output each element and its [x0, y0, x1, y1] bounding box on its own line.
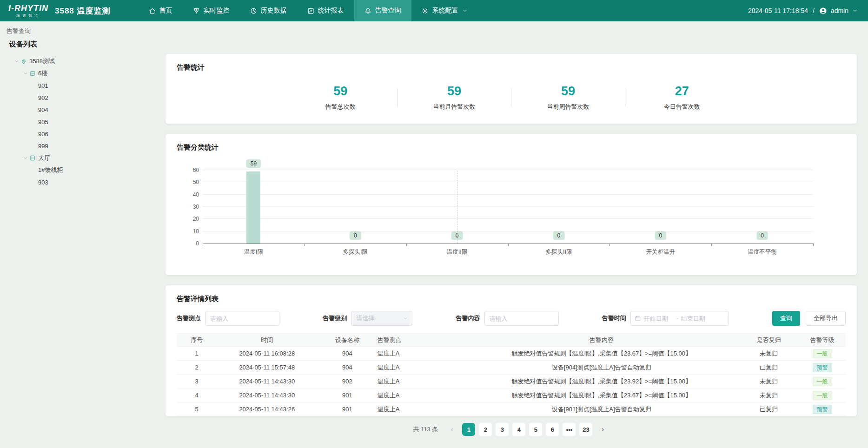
nav-item-label: 系统配置 — [432, 7, 458, 15]
page-button-4[interactable]: 4 — [512, 423, 525, 436]
tree-expand-caret-icon[interactable] — [13, 59, 20, 64]
cell-time: 2024-05-11 16:08:28 — [217, 347, 317, 361]
nav-item-label: 告警查询 — [375, 7, 401, 15]
date-range-separator: - — [676, 315, 678, 322]
chart-plot-area: 01020304050605900000 — [203, 171, 813, 244]
page-button-3[interactable]: 3 — [496, 423, 509, 436]
y-axis-tick-label: 60 — [193, 167, 199, 173]
nav-item-alarm[interactable]: 告警查询 — [354, 0, 411, 21]
stat-value: 59 — [284, 84, 397, 99]
page-button-5[interactable]: 5 — [529, 423, 542, 436]
cell-content: 设备[904]测点[温度上A]告警自动复归 — [464, 361, 739, 375]
cell-index: 3 — [177, 375, 217, 389]
device-icon — [29, 70, 36, 77]
tree-node[interactable]: 999 — [7, 140, 166, 152]
alarm-stats-card: 告警统计 59告警总次数59当前月告警次数59当前周告警次数27今日告警次数 — [166, 54, 857, 124]
tree-node[interactable]: 902 — [7, 92, 166, 104]
brand-subtitle: 瑞霆智汇 — [16, 14, 40, 18]
alarm-point-label: 告警测点 — [177, 314, 201, 323]
tree-node[interactable]: 1#馈线柜 — [7, 164, 166, 176]
page-button-2[interactable]: 2 — [479, 423, 492, 436]
bar-温度I限[interactable] — [246, 171, 260, 244]
tree-node[interactable]: 904 — [7, 104, 166, 116]
cell-point: 温度上A — [378, 347, 464, 361]
column-header: 时间 — [217, 334, 317, 347]
cell-content: 触发绝对值告警规则【温度I限】,采集值【23.92】>=阈值【15.00】 — [464, 375, 739, 389]
start-date-input[interactable] — [644, 315, 674, 322]
stat-label: 今日告警次数 — [625, 103, 739, 111]
alarm-point-input[interactable] — [205, 311, 279, 326]
nav-item-label: 实时监控 — [204, 7, 230, 15]
cell-restored: 已复归 — [739, 402, 799, 416]
page-button-6[interactable]: 6 — [546, 423, 559, 436]
table-row[interactable]: 32024-05-11 14:43:30902温度上A触发绝对值告警规则【温度I… — [177, 375, 846, 389]
calendar-icon — [635, 315, 641, 322]
stat-item: 59告警总次数 — [284, 84, 397, 111]
user-menu-chevron-icon[interactable] — [852, 8, 858, 13]
bar-value-badge: 0 — [553, 231, 565, 240]
alarm-filters: 告警测点 告警级别 请选择 告警内容 告警时间 — [177, 311, 846, 326]
filter-actions: 查询 全部导出 — [772, 311, 846, 326]
breadcrumb: 告警查询 — [7, 27, 166, 35]
nav-item-monitor[interactable]: 实时监控 — [183, 0, 240, 21]
tree-node-label: 999 — [38, 143, 48, 150]
table-row[interactable]: 22024-05-11 15:57:48904温度上A设备[904]测点[温度上… — [177, 361, 846, 375]
page-button-1[interactable]: 1 — [462, 423, 475, 436]
cell-time: 2024-05-11 14:43:30 — [217, 375, 317, 389]
alarm-level-badge: 一般 — [813, 349, 832, 358]
username[interactable]: admin — [831, 7, 848, 14]
tree-node[interactable]: 903 — [7, 176, 166, 188]
crosshair-dashed-line — [457, 171, 457, 244]
table-row[interactable]: 52024-05-11 14:43:26901温度上A设备[901]测点[温度上… — [177, 402, 846, 416]
alarm-content-input[interactable] — [484, 311, 559, 326]
tree-node[interactable]: 901 — [7, 79, 166, 92]
site-icon — [20, 58, 27, 65]
alarm-table: 序号时间设备名称告警测点告警内容是否复归告警等级 12024-05-11 16:… — [177, 333, 846, 416]
tree-node[interactable]: 3588测试 — [7, 55, 166, 67]
next-page-button[interactable]: › — [596, 423, 609, 436]
cell-time: 2024-05-11 14:43:26 — [217, 402, 317, 416]
query-button[interactable]: 查询 — [772, 311, 800, 326]
tree-node[interactable]: 906 — [7, 128, 166, 140]
alarm-level-select[interactable]: 请选择 — [351, 311, 412, 326]
stat-label: 当前月告警次数 — [398, 103, 511, 111]
nav-item-history[interactable]: 历史数据 — [240, 0, 297, 21]
bar-value-badge: 0 — [350, 231, 361, 240]
tree-expand-caret-icon[interactable] — [22, 71, 29, 76]
tree-node[interactable]: 大厅 — [7, 152, 166, 164]
table-row[interactable]: 12024-05-11 16:08:28904温度上A触发绝对值告警规则【温度I… — [177, 347, 846, 361]
select-chevron-down-icon — [403, 316, 408, 321]
cell-time: 2024-05-11 15:57:48 — [217, 361, 317, 375]
x-axis-label: 温度II限 — [447, 248, 467, 256]
table-row[interactable]: 42024-05-11 14:43:30901温度上A触发绝对值告警规则【温度I… — [177, 389, 846, 402]
nav-item-report[interactable]: 统计报表 — [297, 0, 354, 21]
page-ellipsis[interactable]: ••• — [563, 423, 576, 436]
cell-device: 904 — [317, 361, 378, 375]
tree-node[interactable]: 6楼 — [7, 67, 166, 79]
cell-index: 2 — [177, 361, 217, 375]
gridline — [203, 182, 813, 182]
report-icon — [307, 7, 314, 14]
bar-value-badge: 0 — [756, 231, 768, 240]
cell-index: 4 — [177, 389, 217, 402]
tree-node-label: 904 — [38, 106, 48, 113]
main-menu: 首页实时监控历史数据统计报表告警查询系统配置 — [139, 0, 478, 21]
y-axis-tick-label: 40 — [193, 191, 199, 198]
bar-value-badge: 59 — [246, 159, 261, 168]
alarm-time-range-picker[interactable]: - — [630, 311, 729, 326]
nav-item-settings[interactable]: 系统配置 — [411, 0, 478, 21]
tree-expand-caret-icon[interactable] — [22, 156, 29, 160]
nav-item-label: 统计报表 — [318, 7, 344, 15]
tree-node[interactable]: 905 — [7, 116, 166, 128]
nav-item-home[interactable]: 首页 — [139, 0, 183, 21]
cell-level: 预警 — [799, 361, 846, 375]
filter-alarm-point: 告警测点 — [177, 311, 279, 326]
alarm-category-bar-chart: 01020304050605900000 温度I限多探头I限温度II限多探头II… — [203, 171, 813, 255]
column-header: 告警等级 — [799, 334, 846, 347]
tree-node-label: 905 — [38, 119, 48, 125]
page-button-23[interactable]: 23 — [579, 423, 592, 436]
prev-page-button[interactable]: ‹ — [445, 423, 458, 436]
end-date-input[interactable] — [681, 315, 711, 322]
export-all-button[interactable]: 全部导出 — [806, 311, 846, 326]
cell-point: 温度上A — [378, 402, 464, 416]
